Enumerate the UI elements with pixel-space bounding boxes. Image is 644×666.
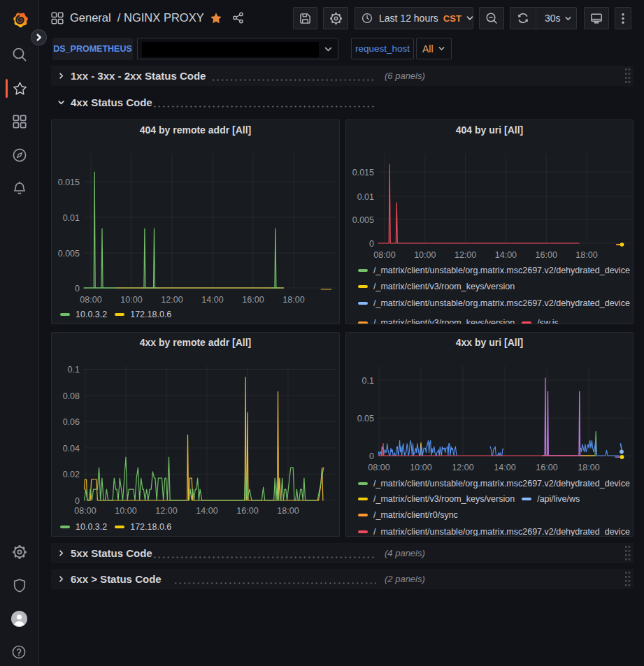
svg-text:0.1: 0.1 [362,376,374,386]
svg-text:10:00: 10:00 [410,463,431,472]
svg-text:0.1: 0.1 [68,365,80,375]
svg-text:12:00: 12:00 [155,506,177,516]
svg-text:08:00: 08:00 [74,506,96,516]
svg-text:18:00: 18:00 [282,295,304,305]
svg-text:10:00: 10:00 [120,295,142,305]
svg-text:16:00: 16:00 [236,506,258,516]
svg-text:18:00: 18:00 [575,250,597,260]
svg-text:0.015: 0.015 [352,168,374,178]
svg-text:14:00: 14:00 [201,295,223,305]
svg-text:18:00: 18:00 [578,463,599,472]
svg-text:0.015: 0.015 [58,178,80,187]
svg-text:0: 0 [75,496,80,506]
svg-text:12:00: 12:00 [455,250,476,260]
svg-text:12:00: 12:00 [452,463,473,472]
svg-text:14:00: 14:00 [196,506,217,516]
svg-text:0.01: 0.01 [357,192,374,202]
svg-text:16:00: 16:00 [536,250,557,260]
svg-text:18:00: 18:00 [277,506,299,516]
svg-text:0.08: 0.08 [63,391,80,401]
svg-text:08:00: 08:00 [80,295,101,305]
svg-text:0.005: 0.005 [352,215,374,225]
svg-text:0: 0 [369,451,374,461]
svg-text:12:00: 12:00 [161,295,183,305]
svg-text:16:00: 16:00 [536,463,557,472]
svg-text:0.01: 0.01 [63,213,80,223]
svg-text:0: 0 [75,284,80,294]
svg-text:14:00: 14:00 [495,250,517,260]
svg-text:0.04: 0.04 [63,444,80,454]
svg-text:0.05: 0.05 [357,414,374,424]
svg-text:10:00: 10:00 [414,250,436,260]
svg-text:08:00: 08:00 [373,250,395,260]
svg-text:16:00: 16:00 [242,295,264,305]
svg-text:0.02: 0.02 [63,470,80,479]
svg-text:08:00: 08:00 [368,463,389,472]
svg-text:0.06: 0.06 [63,417,80,427]
svg-text:0: 0 [369,239,374,249]
svg-text:14:00: 14:00 [494,463,515,472]
svg-text:0.005: 0.005 [58,249,80,259]
svg-text:10:00: 10:00 [115,506,136,516]
